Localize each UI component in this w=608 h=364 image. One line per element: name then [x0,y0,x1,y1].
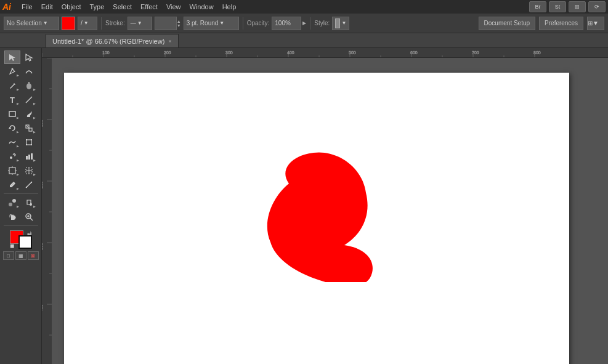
tool-row-slice: ▶ ▶ [4,164,37,177]
blob-brush-tool[interactable]: ▶ [21,79,37,92]
menu-help[interactable]: Help [218,2,241,12]
measure-tool[interactable] [21,178,37,192]
svg-text:600: 600 [410,51,418,55]
svg-rect-11 [31,139,32,140]
menubar: Ai File Edit Object Type Select Effect V… [0,0,608,14]
solid-color-button[interactable]: □ [3,251,14,260]
reset-colors-icon[interactable]: ◼ [10,243,14,249]
color-boxes: ⇄ ◼ [10,230,32,249]
direct-selection-tool[interactable] [21,51,37,64]
app-logo: Ai [2,2,11,12]
pen-tool-arrow: ▶ [17,73,19,77]
fill-color-box[interactable] [62,17,75,30]
paintbrush-tool[interactable]: ▶ [21,107,37,121]
svg-point-1 [26,83,31,89]
menu-type[interactable]: Type [86,2,109,12]
svg-line-28 [26,182,32,188]
column-graph-tool[interactable]: ▶ [21,150,37,163]
svg-point-15 [14,153,15,155]
fill-type-dropdown[interactable]: / ▼ [78,17,97,30]
preferences-button[interactable]: Preferences [539,17,583,30]
line-tool[interactable]: ▶ [21,93,37,107]
document-tab[interactable]: Untitled-1* @ 66.67% (RGB/Preview) × [46,34,179,47]
artboard-tool[interactable]: ▶ [4,164,20,177]
rectangle-tool[interactable]: ▶ [4,107,20,121]
opacity-input[interactable]: 100% [272,17,301,30]
style-dropdown[interactable]: ▼ [332,17,349,30]
svg-rect-4 [9,111,15,116]
svg-rect-18 [31,153,33,160]
stroke-color-arrow-icon: ▼ [137,20,142,26]
stroke-width-input[interactable] [155,17,177,30]
blob-shape[interactable] [243,140,384,282]
zoom-tool[interactable] [21,210,37,224]
color-section: ⇄ ◼ □ ▦ ⊠ [3,230,39,260]
curvature-tool[interactable] [21,65,37,78]
svg-rect-9 [26,140,31,145]
blend-tool[interactable]: ▶ [4,196,20,209]
svg-text:100: 100 [102,51,110,55]
scale-tool-arrow: ▶ [33,130,36,134]
stroke-up-icon[interactable]: ▲ [177,19,181,23]
live-paint-tool[interactable]: ▶ [21,196,37,209]
rotate-tool[interactable]: ▶ [4,121,20,135]
svg-rect-7 [29,128,32,131]
pencil-tool[interactable]: ▶ [4,79,20,92]
canvas-area: 100 200 300 400 500 600 700 800 [42,48,608,364]
color-mode-row: □ ▦ ⊠ [3,251,39,260]
svg-text:300: 300 [225,51,233,55]
svg-rect-13 [31,144,32,145]
stroke-color-dropdown[interactable]: — ▼ [128,17,152,30]
svg-rect-16 [26,156,28,160]
gradient-button[interactable]: ▦ [15,251,26,260]
type-tool[interactable]: T ▶ [4,93,20,107]
tool-row-shape: ▶ ▶ [4,107,37,121]
menu-effect[interactable]: Effect [136,2,162,12]
pen-tool[interactable]: ▶ [4,65,20,78]
menu-object[interactable]: Object [57,2,86,12]
stock-button[interactable]: St [549,1,566,12]
svg-rect-37 [42,48,608,58]
free-transform-tool[interactable] [21,135,37,149]
tool-row-warp: ▶ [4,135,37,149]
tool-row-selection [4,51,37,64]
type-tool-arrow: ▶ [17,102,19,105]
menu-file[interactable]: File [17,2,37,12]
tool-row-rotate: ▶ ▶ [4,121,37,135]
svg-rect-10 [26,139,27,140]
grid-button[interactable]: ⊞ [569,1,586,12]
stroke-type-dropdown[interactable]: 3 pt. Round ▼ [184,17,239,30]
bridge-button[interactable]: Br [529,1,546,12]
arrange-button[interactable]: ⊞▼ [587,17,604,30]
warp-tool[interactable]: ▶ [4,135,20,149]
symbol-sprayer-tool[interactable]: ▶ [4,150,20,163]
svg-text:400: 400 [42,304,43,312]
menu-window[interactable]: Window [185,2,218,12]
slice-tool[interactable]: ▶ [21,164,37,177]
hand-tool[interactable] [4,210,20,224]
menu-select[interactable]: Select [108,2,136,12]
live-paint-arrow: ▶ [33,204,36,208]
selection-dropdown[interactable]: No Selection ▼ [4,17,59,30]
style-preview [335,18,340,28]
svg-text:200: 200 [164,51,171,55]
none-button[interactable]: ⊠ [28,251,39,260]
sync-button[interactable]: ⟳ [588,1,606,12]
menu-edit[interactable]: Edit [37,2,57,12]
opacity-arrow-icon[interactable]: ▶ [302,20,306,26]
document-setup-button[interactable]: Document Setup [479,17,536,30]
scale-tool[interactable]: ▶ [21,121,37,135]
svg-text:700: 700 [472,51,479,55]
stroke-label: Stroke: [105,20,125,26]
stroke-spinners[interactable]: ▲ ▼ [177,19,181,28]
tool-row-symbol: ▶ ▶ [4,150,37,163]
svg-point-14 [10,156,12,159]
stroke-down-icon[interactable]: ▼ [177,23,181,28]
ruler-top: 100 200 300 400 500 600 700 800 [42,48,608,58]
menu-view[interactable]: View [162,2,185,12]
eyedropper-tool[interactable]: ▶ [4,178,20,192]
style-label: Style: [314,20,330,26]
tab-close-button[interactable]: × [168,38,171,44]
selection-tool[interactable] [4,51,20,64]
stroke-color-swatch[interactable] [18,235,32,249]
